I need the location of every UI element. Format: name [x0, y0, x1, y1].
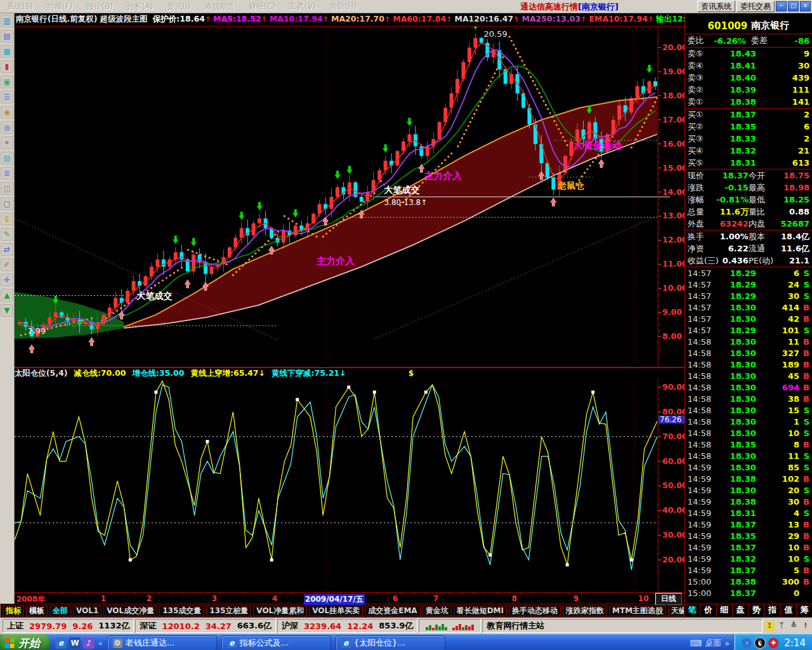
indicator-tab-11[interactable]: 看长做短DMI: [454, 606, 507, 616]
indicator-tab-13[interactable]: 涨跌家指数: [563, 606, 607, 616]
quote-tab-筹[interactable]: 筹: [796, 604, 812, 617]
alert-icon[interactable]: !: [801, 621, 811, 631]
qq-icon[interactable]: 🐧: [754, 637, 766, 649]
ask-row-2[interactable]: 卖③18.40439: [685, 72, 812, 84]
quote-tab-值[interactable]: 值: [780, 604, 796, 617]
ask-row-0[interactable]: 卖⑤18.439: [685, 48, 812, 60]
money-icon[interactable]: $: [1, 213, 13, 225]
rows-icon[interactable]: ≣: [1, 167, 13, 180]
indicator-tab-3[interactable]: VOL1: [73, 606, 102, 616]
indicator-tab-1[interactable]: 模板: [26, 606, 48, 616]
indicator-tab-2[interactable]: 全部: [49, 606, 71, 616]
signal-icon[interactable]: ᛉ: [776, 621, 787, 631]
grid-icon[interactable]: ▦: [1, 45, 13, 58]
app-logo-icon[interactable]: ▥: [1, 15, 13, 27]
menubar-button-1[interactable]: 委托交易: [737, 1, 775, 12]
desktop-more-icon[interactable]: »: [724, 639, 730, 648]
menu-item-7[interactable]: 工具(V): [282, 1, 323, 12]
quote-tab-势[interactable]: 势: [748, 604, 764, 617]
panel-icon[interactable]: ▢: [1, 197, 13, 210]
indicator-tab-15[interactable]: 天缘买主图选: [668, 606, 684, 616]
xaxis-label-10: 10: [638, 594, 649, 603]
menu-item-6[interactable]: 财经(C): [242, 1, 282, 12]
menu-item-0[interactable]: 系统(S): [0, 1, 40, 12]
bid-row-0[interactable]: 买①18.372: [685, 109, 812, 121]
menu-item-1[interactable]: 功能(F): [40, 1, 79, 12]
quicklaunch-more-icon[interactable]: »: [98, 639, 103, 647]
chart-header-item-3: MA20:17.70↑: [331, 14, 390, 25]
menu-item-4[interactable]: 资讯(I): [160, 1, 197, 12]
indicator-tab-12[interactable]: 换手动态移动: [509, 606, 561, 616]
bottom-tabs-row: 指标模板全部VOL1VOL成交净量135成交量135立桩量VOL净量累和VOL挂…: [0, 604, 812, 618]
svg-text:13.00: 13.00: [662, 211, 684, 220]
period-label[interactable]: 日线: [655, 593, 682, 605]
keyboard-icon[interactable]: ⌨: [690, 639, 702, 648]
bid-row-4[interactable]: 买⑤18.31613: [685, 157, 812, 169]
quote-tab-价[interactable]: 价: [700, 604, 716, 617]
bid-row-2[interactable]: 买③18.332: [685, 133, 812, 145]
minimize-icon[interactable]: ─: [776, 1, 787, 11]
hide-icons-icon[interactable]: ‹: [742, 638, 752, 648]
bars-icon[interactable]: ▮: [1, 60, 13, 73]
indicator-tab-6[interactable]: 135立桩量: [206, 606, 251, 616]
ask-row-3[interactable]: 卖②18.39111: [685, 84, 812, 96]
bid-row-1[interactable]: 买②18.356: [685, 121, 812, 133]
tick-row: 14:5918.3529B: [685, 530, 812, 541]
restore-icon[interactable]: □: [788, 1, 799, 11]
shield-icon[interactable]: ✚: [768, 638, 778, 648]
task-button-1[interactable]: e指标公式及...: [221, 635, 331, 650]
quote-tab-笔[interactable]: 笔: [684, 604, 700, 617]
start-button[interactable]: 开始: [0, 634, 50, 650]
indicator-tab-10[interactable]: 黄金坑: [422, 606, 452, 616]
menu-item-8[interactable]: 帮助(H): [323, 1, 363, 12]
indicator-tab-0[interactable]: 指标: [3, 606, 24, 616]
etf-icon[interactable]: ▤: [1, 152, 13, 164]
index-segment-1[interactable]: 深证12010.234.27663.6亿: [135, 619, 275, 633]
svg-text:19.00: 19.00: [662, 67, 684, 76]
star-icon[interactable]: ✦: [1, 136, 13, 149]
main-candlestick-chart[interactable]: 大笔成交主力介入大笔成交3.80-13.8↑主力介入大资金活动老鼠仓20.597…: [15, 27, 684, 368]
close-icon[interactable]: ✕: [800, 1, 811, 11]
upload-icon[interactable]: ≜: [789, 621, 799, 631]
update-icon[interactable]: ↥: [764, 621, 775, 631]
sync-icon[interactable]: ⇄: [1, 243, 13, 256]
ie-icon[interactable]: e: [55, 637, 67, 649]
list-icon[interactable]: ☰: [1, 91, 13, 103]
indicator-tab-9[interactable]: 成交资金EMA: [365, 606, 420, 616]
quote-tab-盘[interactable]: 盘: [732, 604, 748, 617]
index-segment-2[interactable]: 沪深3239.6412.24853.9亿: [277, 619, 417, 633]
menubar-button-0[interactable]: 资讯系统: [697, 1, 735, 12]
quote-tab-指[interactable]: 指: [764, 604, 780, 617]
ask-row-1[interactable]: 卖④18.4130: [685, 60, 812, 72]
up-arrow-icon[interactable]: ▲: [1, 289, 13, 302]
ask-row-4[interactable]: 卖①18.38141: [685, 96, 812, 108]
brush-icon[interactable]: ✎: [1, 228, 13, 241]
report-icon[interactable]: ▤: [1, 30, 13, 43]
task-button-2[interactable]: e{太阳仓位}...: [336, 635, 445, 650]
pencil-icon[interactable]: ✐: [1, 258, 13, 271]
info-icon[interactable]: ◎: [1, 121, 13, 134]
clock: 2:14: [784, 637, 806, 649]
tick-list[interactable]: 14:5718.296S14:5718.2924S14:5718.2930S14…: [685, 267, 812, 604]
task-button-0[interactable]: ⚙老钱庄通达...: [107, 635, 217, 650]
indicator-tab-5[interactable]: 135成交量: [159, 606, 204, 616]
indicator-tab-14[interactable]: MTM主图选股: [609, 606, 666, 616]
index-segment-0[interactable]: 上证2979.799.261132亿: [3, 619, 134, 633]
menu-item-3[interactable]: 分析(A): [120, 1, 160, 12]
quote-tab-细[interactable]: 细: [716, 604, 732, 617]
menu-item-5[interactable]: 港股期货: [197, 1, 242, 12]
word-icon[interactable]: W: [69, 637, 81, 649]
target-icon[interactable]: ✛: [1, 274, 13, 286]
media-icon[interactable]: ♪: [83, 637, 95, 649]
kline-icon[interactable]: ▣: [1, 76, 13, 88]
world-icon[interactable]: ◉: [1, 106, 13, 119]
indicator-tab-8[interactable]: VOL挂单买卖: [309, 606, 363, 616]
rsi-icon[interactable]: ◫: [1, 182, 13, 195]
indicator-tab-4[interactable]: VOL成交净量: [103, 606, 157, 616]
down-arrow-icon[interactable]: ▼: [1, 304, 13, 317]
indicator-tab-7[interactable]: VOL净量累和: [253, 606, 307, 616]
desktop-shortcut[interactable]: ⌨ 桌面 »: [690, 637, 730, 649]
indicator-chart[interactable]: 20.0030.0040.0050.0060.0070.0080.0090.00…: [15, 379, 684, 593]
bid-row-3[interactable]: 买④18.3221: [685, 145, 812, 157]
menu-item-2[interactable]: 报价(B): [79, 1, 120, 12]
